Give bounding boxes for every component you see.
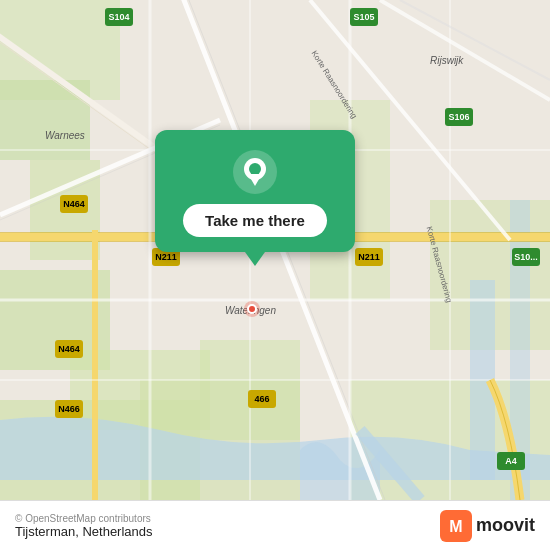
bottom-info: © OpenStreetMap contributors Tijsterman,… <box>15 513 153 539</box>
area-label-rijswijk: Rijswijk <box>430 55 463 66</box>
route-badge-n211-2: N211 <box>355 248 383 266</box>
route-badge-s106: S106 <box>445 108 473 126</box>
take-me-there-button[interactable]: Take me there <box>183 204 327 237</box>
bottom-bar: © OpenStreetMap contributors Tijsterman,… <box>0 500 550 550</box>
map-container: S104 S105 S106 S10... N211 N211 N464 N46… <box>0 0 550 500</box>
route-badge-n464-2: N464 <box>55 340 83 358</box>
svg-point-37 <box>249 163 261 175</box>
route-badge-a4: A4 <box>497 452 525 470</box>
moovit-brand-text: moovit <box>476 515 535 536</box>
route-badge-s105: S105 <box>350 8 378 26</box>
popup-card: Take me there <box>155 130 355 252</box>
route-badge-s104: S104 <box>105 8 133 26</box>
location-name: Tijsterman, Netherlands <box>15 524 153 539</box>
moovit-logo: M moovit <box>440 510 535 542</box>
svg-rect-22 <box>92 230 98 500</box>
pin-icon <box>233 150 277 194</box>
area-label-warnees: Warnees <box>45 130 85 141</box>
route-badge-466: 466 <box>248 390 276 408</box>
svg-text:M: M <box>449 518 462 535</box>
copyright-text: © OpenStreetMap contributors <box>15 513 153 524</box>
location-dot <box>247 304 257 314</box>
route-badge-s10x: S10... <box>512 248 540 266</box>
route-badge-n464: N464 <box>60 195 88 213</box>
moovit-icon: M <box>440 510 472 542</box>
route-badge-n466: N466 <box>55 400 83 418</box>
